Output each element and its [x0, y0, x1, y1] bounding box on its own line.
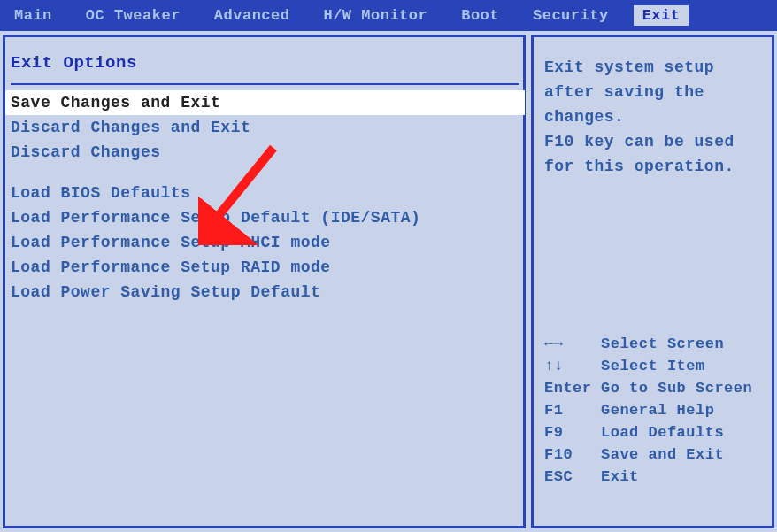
- key-desc: Select Item: [601, 358, 705, 374]
- option-load-perf-raid[interactable]: Load Performance Setup RAID mode: [11, 255, 519, 280]
- help-panel: Exit system setup after saving the chang…: [531, 35, 774, 528]
- options-panel: Exit Options Save Changes and Exit Disca…: [3, 35, 526, 528]
- key-desc: General Help: [601, 402, 714, 419]
- help-line: for this operation.: [544, 154, 763, 179]
- menu-advanced[interactable]: Advanced: [205, 5, 299, 26]
- bios-menubar: Main OC Tweaker Advanced H/W Monitor Boo…: [0, 0, 777, 31]
- key-row-f10: F10 Save and Exit: [544, 443, 763, 466]
- option-discard-changes[interactable]: Discard Changes: [11, 140, 519, 165]
- option-load-perf-ide-sata[interactable]: Load Performance Setup Default (IDE/SATA…: [11, 205, 519, 230]
- option-load-bios-defaults[interactable]: Load BIOS Defaults: [11, 181, 519, 205]
- key-desc: Go to Sub Screen: [601, 380, 752, 397]
- key-row-select-item: ↑↓ Select Item: [544, 355, 763, 377]
- option-save-changes-exit[interactable]: Save Changes and Exit: [5, 90, 525, 115]
- menu-exit[interactable]: Exit: [634, 5, 689, 26]
- option-load-perf-ahci[interactable]: Load Performance Setup AHCI mode: [11, 230, 519, 255]
- key-row-f1: F1 General Help: [544, 399, 763, 421]
- key-label: ↑↓: [544, 358, 601, 374]
- content-area: Exit Options Save Changes and Exit Disca…: [0, 31, 777, 532]
- section-title: Exit Options: [11, 46, 519, 81]
- key-label: F10: [544, 446, 601, 463]
- key-row-f9: F9 Load Defaults: [544, 421, 763, 443]
- key-desc: Select Screen: [601, 335, 724, 352]
- key-desc: Save and Exit: [601, 446, 724, 463]
- menu-boot[interactable]: Boot: [452, 5, 508, 26]
- menu-hw-monitor[interactable]: H/W Monitor: [314, 5, 436, 26]
- key-legend: ←→ Select Screen ↑↓ Select Item Enter Go…: [539, 333, 768, 488]
- key-desc: Load Defaults: [601, 424, 724, 441]
- help-line: Exit system setup: [544, 55, 763, 80]
- help-text: Exit system setup after saving the chang…: [539, 46, 768, 182]
- key-desc: Exit: [601, 468, 639, 485]
- key-row-select-screen: ←→ Select Screen: [544, 333, 763, 355]
- key-row-enter: Enter Go to Sub Screen: [544, 377, 763, 399]
- menu-oc-tweaker[interactable]: OC Tweaker: [77, 5, 189, 26]
- key-label: ←→: [544, 335, 601, 352]
- option-discard-changes-exit[interactable]: Discard Changes and Exit: [11, 115, 519, 140]
- menu-security[interactable]: Security: [524, 5, 618, 26]
- key-label: Enter: [544, 380, 601, 397]
- key-label: ESC: [544, 468, 601, 485]
- help-line: F10 key can be used: [544, 129, 763, 154]
- help-line: after saving the: [544, 80, 763, 104]
- menu-main[interactable]: Main: [5, 5, 61, 26]
- divider: [11, 83, 519, 85]
- help-line: changes.: [544, 104, 763, 129]
- key-label: F9: [544, 424, 601, 441]
- key-row-esc: ESC Exit: [544, 466, 763, 488]
- option-load-power-saving[interactable]: Load Power Saving Setup Default: [11, 280, 519, 305]
- key-label: F1: [544, 402, 601, 419]
